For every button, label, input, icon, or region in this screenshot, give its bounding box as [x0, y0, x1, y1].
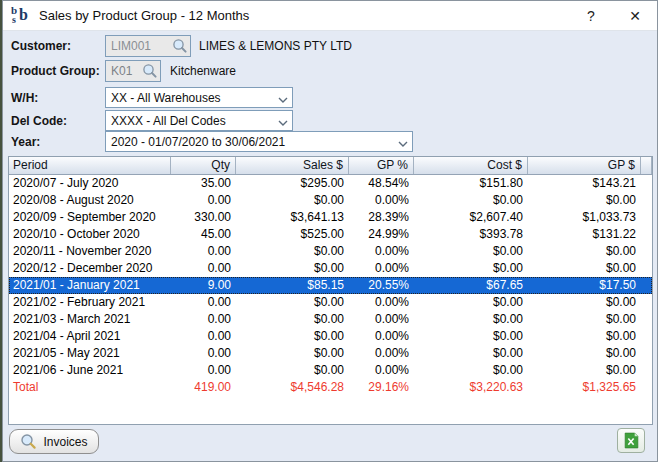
cell-gp_pct: 28.39% [349, 209, 414, 226]
year-label: Year: [11, 135, 40, 149]
product-group-lookup-icon[interactable] [142, 63, 158, 79]
column-header-gp[interactable]: GP $ [528, 157, 641, 174]
cell-gp_pct: 20.55% [349, 277, 414, 294]
table-row[interactable]: 2020/09 - September 2020330.00$3,641.132… [9, 209, 652, 226]
cell-sales: $525.00 [236, 226, 349, 243]
cell-period: 2020/11 - November 2020 [9, 243, 171, 260]
cell-cost: $0.00 [414, 243, 528, 260]
chevron-down-icon [274, 89, 292, 107]
cell-sales: $0.00 [236, 345, 349, 362]
app-logo-icon: b s b [9, 4, 33, 28]
cell-period: 2021/05 - May 2021 [9, 345, 171, 362]
cell-sales: $0.00 [236, 294, 349, 311]
cell-cost: $0.00 [414, 362, 528, 379]
customer-lookup-icon[interactable] [172, 38, 188, 54]
column-header-qty[interactable]: Qty [171, 157, 236, 174]
customer-name-text: LIMES & LEMONS PTY LTD [199, 39, 352, 53]
cell-gp_pct: 0.00% [349, 192, 414, 209]
table-row[interactable]: 2020/10 - October 202045.00$525.0024.99%… [9, 226, 652, 243]
cell-qty: 0.00 [171, 192, 236, 209]
cell-cost: $3,220.63 [414, 379, 528, 396]
cell-cost: $151.80 [414, 175, 528, 192]
customer-code-value: LIM001 [111, 39, 172, 53]
table-row[interactable]: 2021/06 - June 20210.00$0.000.00%$0.00$0… [9, 362, 652, 379]
table-row[interactable]: 2021/01 - January 20219.00$85.1520.55%$6… [9, 277, 652, 294]
table-body: 2020/07 - July 202035.00$295.0048.54%$15… [9, 175, 652, 396]
chevron-down-icon [394, 133, 412, 151]
cell-cost: $0.00 [414, 192, 528, 209]
table-row[interactable]: 2020/11 - November 20200.00$0.000.00%$0.… [9, 243, 652, 260]
cell-period: 2021/03 - March 2021 [9, 311, 171, 328]
cell-cost: $0.00 [414, 328, 528, 345]
del-code-label: Del Code: [11, 114, 67, 128]
cell-qty: 0.00 [171, 294, 236, 311]
cell-qty: 0.00 [171, 243, 236, 260]
table-row[interactable]: 2021/05 - May 20210.00$0.000.00%$0.00$0.… [9, 345, 652, 362]
column-header-gp_pct[interactable]: GP % [349, 157, 414, 174]
invoices-button-label: Invoices [43, 435, 87, 449]
warehouse-select[interactable]: XX - All Warehouses [105, 87, 293, 108]
title-bar: b s b Sales by Product Group - 12 Months… [3, 1, 657, 31]
cell-gp_pct: 0.00% [349, 328, 414, 345]
chevron-down-icon [274, 112, 292, 130]
cell-qty: 330.00 [171, 209, 236, 226]
table-row[interactable]: 2021/02 - February 20210.00$0.000.00%$0.… [9, 294, 652, 311]
del-code-select[interactable]: XXXX - All Del Codes [105, 110, 293, 131]
table-row[interactable]: 2020/07 - July 202035.00$295.0048.54%$15… [9, 175, 652, 192]
cell-gp_pct: 0.00% [349, 345, 414, 362]
cell-gp_pct: 0.00% [349, 243, 414, 260]
column-header-filler [641, 157, 652, 174]
product-group-code-input[interactable]: K01 [105, 60, 161, 82]
cell-period: 2020/08 - August 2020 [9, 192, 171, 209]
cell-gp: $0.00 [528, 294, 641, 311]
cell-gp_pct: 0.00% [349, 362, 414, 379]
cell-period: 2021/01 - January 2021 [9, 277, 171, 294]
table-row[interactable]: 2021/04 - April 20210.00$0.000.00%$0.00$… [9, 328, 652, 345]
cell-sales: $3,641.13 [236, 209, 349, 226]
invoices-button[interactable]: Invoices [9, 429, 99, 454]
close-button[interactable]: ✕ [613, 1, 657, 31]
cell-gp: $0.00 [528, 362, 641, 379]
table-row[interactable]: 2020/08 - August 20200.00$0.000.00%$0.00… [9, 192, 652, 209]
column-header-period[interactable]: Period [9, 157, 171, 174]
customer-code-input[interactable]: LIM001 [105, 35, 191, 57]
table-header-row: PeriodQtySales $GP %Cost $GP $ [9, 157, 652, 175]
cell-qty: 0.00 [171, 260, 236, 277]
cell-gp: $1,033.73 [528, 209, 641, 226]
search-icon [20, 433, 37, 450]
cell-qty: 35.00 [171, 175, 236, 192]
sales-table: PeriodQtySales $GP %Cost $GP $ 2020/07 -… [8, 156, 653, 425]
cell-gp: $143.21 [528, 175, 641, 192]
cell-sales: $0.00 [236, 328, 349, 345]
product-group-name-text: Kitchenware [170, 64, 236, 78]
cell-gp_pct: 29.16% [349, 379, 414, 396]
column-header-sales[interactable]: Sales $ [236, 157, 349, 174]
help-button[interactable]: ? [569, 1, 613, 31]
column-header-cost[interactable]: Cost $ [414, 157, 528, 174]
cell-gp_pct: 48.54% [349, 175, 414, 192]
sales-by-product-group-dialog: b s b Sales by Product Group - 12 Months… [2, 0, 658, 462]
cell-qty: 0.00 [171, 328, 236, 345]
export-excel-button[interactable] [617, 428, 645, 453]
cell-sales: $0.00 [236, 362, 349, 379]
table-row[interactable]: 2020/12 - December 20200.00$0.000.00%$0.… [9, 260, 652, 277]
cell-cost: $0.00 [414, 345, 528, 362]
cell-cost: $67.65 [414, 277, 528, 294]
cell-qty: 45.00 [171, 226, 236, 243]
excel-export-icon [623, 432, 640, 449]
cell-period: 2021/06 - June 2021 [9, 362, 171, 379]
cell-qty: 9.00 [171, 277, 236, 294]
year-selected-value: 2020 - 01/07/2020 to 30/06/2021 [106, 135, 394, 149]
cell-gp_pct: 0.00% [349, 260, 414, 277]
cell-sales: $0.00 [236, 311, 349, 328]
del-code-selected-value: XXXX - All Del Codes [106, 114, 274, 128]
year-select[interactable]: 2020 - 01/07/2020 to 30/06/2021 [105, 131, 413, 152]
table-row[interactable]: 2021/03 - March 20210.00$0.000.00%$0.00$… [9, 311, 652, 328]
cell-cost: $2,607.40 [414, 209, 528, 226]
table-total-row[interactable]: Total419.00$4,546.2829.16%$3,220.63$1,32… [9, 379, 652, 396]
cell-qty: 419.00 [171, 379, 236, 396]
cell-qty: 0.00 [171, 362, 236, 379]
cell-sales: $4,546.28 [236, 379, 349, 396]
cell-cost: $393.78 [414, 226, 528, 243]
warehouse-label: W/H: [11, 91, 38, 105]
